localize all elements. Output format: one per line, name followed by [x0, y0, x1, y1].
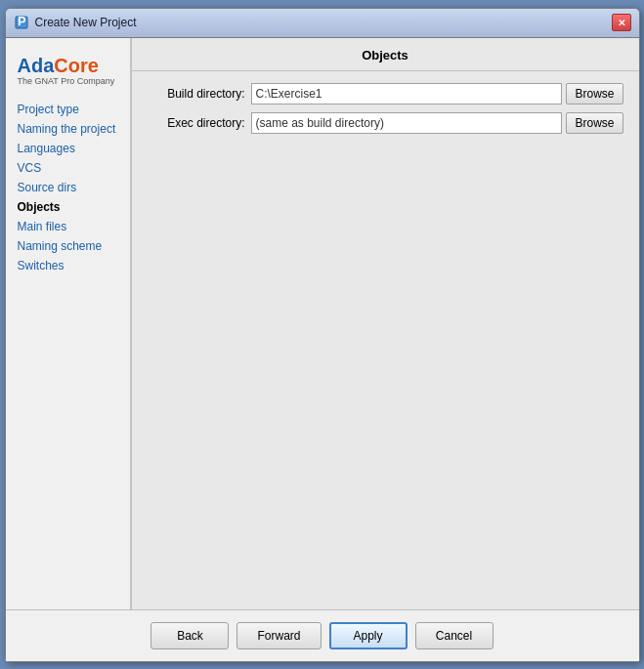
build-directory-browse[interactable]: Browse	[566, 83, 623, 105]
build-directory-label: Build directory:	[148, 87, 245, 101]
sidebar-item-main-files[interactable]: Main files	[6, 217, 130, 236]
apply-button[interactable]: Apply	[329, 622, 408, 649]
exec-directory-input[interactable]	[251, 112, 563, 134]
sidebar-item-source-dirs[interactable]: Source dirs	[6, 178, 130, 197]
exec-directory-row: Exec directory: Browse	[148, 112, 623, 134]
cancel-button[interactable]: Cancel	[415, 622, 494, 649]
sidebar-item-naming-scheme[interactable]: Naming scheme	[6, 236, 130, 256]
title-bar: P Create New Project ✕	[6, 9, 639, 38]
sidebar-item-switches[interactable]: Switches	[6, 256, 130, 275]
sidebar-item-project-type[interactable]: Project type	[6, 100, 130, 119]
sidebar-item-vcs[interactable]: VCS	[6, 158, 130, 178]
main-window: P Create New Project ✕ AdaCore The GNAT …	[5, 8, 640, 662]
build-directory-input[interactable]	[251, 83, 563, 105]
back-button[interactable]: Back	[150, 622, 229, 649]
logo-core: Core	[54, 55, 99, 76]
company-logo: AdaCore The GNAT Pro Company	[6, 46, 130, 100]
exec-directory-browse[interactable]: Browse	[566, 112, 623, 134]
content-header: Objects	[132, 38, 639, 71]
logo-ada: Ada	[18, 55, 55, 76]
sidebar-item-naming-project[interactable]: Naming the project	[6, 119, 130, 139]
build-directory-row: Build directory: Browse	[148, 83, 623, 105]
content-area: Build directory: Browse Exec directory: …	[132, 71, 639, 609]
exec-directory-label: Exec directory:	[148, 116, 245, 130]
logo-subtitle: The GNAT Pro Company	[18, 76, 118, 86]
forward-button[interactable]: Forward	[236, 622, 321, 649]
close-button[interactable]: ✕	[612, 14, 631, 31]
window-title: Create New Project	[35, 16, 612, 29]
main-content: Objects Build directory: Browse Exec dir…	[131, 38, 639, 609]
sidebar-item-objects[interactable]: Objects	[6, 197, 130, 217]
sidebar-item-languages[interactable]: Languages	[6, 139, 130, 158]
window-icon: P	[14, 15, 29, 30]
sidebar: AdaCore The GNAT Pro Company Project typ…	[6, 38, 131, 609]
bottom-bar: Back Forward Apply Cancel	[6, 609, 639, 661]
svg-text:P: P	[18, 16, 26, 28]
